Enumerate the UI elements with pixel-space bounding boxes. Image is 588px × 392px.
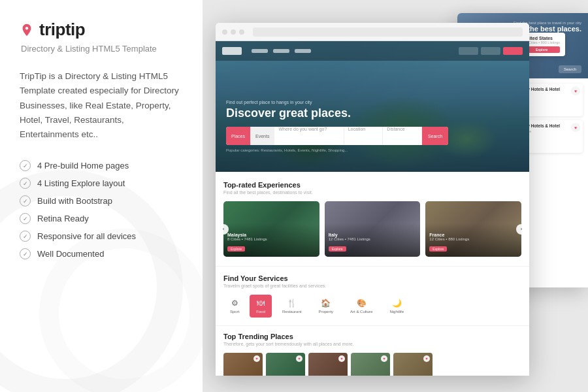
trend-card-1[interactable]: ♥ xyxy=(223,353,263,376)
services-icons: ⚙ Sport 🍽 Food 🍴 Restaurant 🏠 Property 🎨 xyxy=(223,295,521,318)
service-label: Sport xyxy=(230,310,239,314)
service-label: Food xyxy=(256,310,265,314)
nav-link-contacts[interactable] xyxy=(295,49,311,53)
feature-item: ✓ 4 Listing Explore layout xyxy=(20,178,183,189)
nav-link-home[interactable] xyxy=(252,49,268,53)
trend-heart-icon[interactable]: ♥ xyxy=(253,355,260,362)
nav-register-btn[interactable] xyxy=(481,47,500,55)
service-property[interactable]: 🏠 Property xyxy=(312,295,340,318)
experiences-next-btn[interactable]: › xyxy=(516,224,527,235)
search-field-location[interactable]: Location xyxy=(344,127,384,145)
browser-bar xyxy=(216,23,529,41)
logo-subtitle: Directory & Listing HTML5 Template xyxy=(21,44,183,54)
hero-small-text: Find out perfect place to hangs in your … xyxy=(226,100,448,105)
feature-item: ✓ Responsive for all devices xyxy=(20,231,183,242)
search-tab-events[interactable]: Events xyxy=(250,127,274,145)
search-field-where[interactable]: Where do you want go? xyxy=(274,127,344,145)
trending-title: Top Trending Places xyxy=(223,333,521,340)
service-sport[interactable]: ⚙ Sport xyxy=(223,295,246,318)
nav-addlisting-btn[interactable] xyxy=(503,47,523,55)
browser-main: Find out perfect place to hangs in your … xyxy=(216,23,529,376)
site-nav-links xyxy=(252,49,311,53)
site-hero-content: Find out perfect place to hangs in your … xyxy=(226,100,448,152)
feature-item: ✓ Well Documented xyxy=(20,248,183,259)
check-icon: ✓ xyxy=(20,248,31,259)
sec-heart-icon[interactable]: ♥ xyxy=(571,86,580,95)
site-nav-btns xyxy=(459,47,523,55)
exp-card-count: 8 Cities • 7481 Listings xyxy=(227,237,267,241)
check-icon: ✓ xyxy=(20,160,31,171)
exp-card-btn[interactable]: Explore xyxy=(429,246,447,252)
app-description: TripTip is a Directory & Listing HTML5 T… xyxy=(20,69,183,142)
logo-area: triptip xyxy=(20,20,183,40)
browser-dot-yellow xyxy=(231,29,236,35)
trend-heart-icon[interactable]: ♥ xyxy=(381,355,387,362)
browser-url-bar xyxy=(253,27,523,37)
hero-title: Discover great places. xyxy=(226,107,448,120)
exp-card-info: Malaysia 8 Cities • 7481 Listings Explor… xyxy=(227,233,267,253)
logo-text: triptip xyxy=(39,20,85,40)
nav-link-pages[interactable] xyxy=(273,49,289,53)
exp-card-italy[interactable]: Italy 12 Cities • 7481 Listings Explore xyxy=(325,201,421,257)
service-label: Art & Culture xyxy=(350,310,372,314)
trend-card-5[interactable]: ♥ xyxy=(393,353,433,376)
check-icon: ✓ xyxy=(20,231,31,242)
property-icon: 🏠 xyxy=(321,299,331,308)
sport-icon: ⚙ xyxy=(231,299,238,308)
exp-card-btn[interactable]: Explore xyxy=(227,246,245,252)
exp-card-france[interactable]: France 12 Cities • 880 Listings Explore xyxy=(425,201,521,257)
check-icon: ✓ xyxy=(20,195,31,206)
services-subtitle: Travelm graet spots of great facilities … xyxy=(223,284,521,288)
search-bar: Places Events Where do you want go? Loca… xyxy=(226,127,448,145)
exp-card-count: 12 Cities • 7481 Listings xyxy=(329,237,370,241)
trend-heart-icon[interactable]: ♥ xyxy=(423,355,430,362)
restaurant-icon: 🍴 xyxy=(287,299,297,308)
site-hero: Find out perfect place to hangs in your … xyxy=(216,41,529,172)
exp-card-name: Italy xyxy=(329,233,370,237)
trend-card-3[interactable]: ♥ xyxy=(308,353,348,376)
logo-pin-icon xyxy=(20,23,34,37)
sec-heart-icon-2[interactable]: ♥ xyxy=(571,123,580,132)
trending-section: Top Trending Places Therefore, gets your… xyxy=(216,325,529,376)
exp-card-malaysia[interactable]: Malaysia 8 Cities • 7481 Listings Explor… xyxy=(223,201,319,257)
trend-heart-icon[interactable]: ♥ xyxy=(338,355,345,362)
service-label: Restaurant xyxy=(282,310,301,314)
services-title: Find Your Services xyxy=(223,274,521,282)
left-panel: triptip Directory & Listing HTML5 Templa… xyxy=(0,0,203,392)
exp-card-info: Italy 12 Cities • 7481 Listings Explore xyxy=(329,233,370,253)
experiences-prev-btn[interactable]: ‹ xyxy=(218,224,229,235)
check-icon: ✓ xyxy=(20,178,31,189)
trend-card-4[interactable]: ♥ xyxy=(351,353,390,376)
services-section: Find Your Services Travelm graet spots o… xyxy=(216,266,529,325)
service-restaurant[interactable]: 🍴 Restaurant xyxy=(276,295,308,318)
search-submit-btn[interactable]: Search xyxy=(422,127,448,145)
experiences-cards-container: ‹ Malaysia 8 Cities • 7481 Listings Expl… xyxy=(223,201,521,257)
art-icon: 🎨 xyxy=(357,299,367,308)
trending-row: ♥ ♥ ♥ ♥ ♥ xyxy=(223,353,521,376)
experiences-title: Top-rated Experiences xyxy=(223,181,521,189)
experiences-section: Top-rated Experiences Find all the best … xyxy=(216,172,529,266)
site-nav xyxy=(216,41,529,61)
feature-item: ✓ Build with Bootstrap xyxy=(20,195,183,206)
trend-card-2[interactable]: ♥ xyxy=(266,353,305,376)
food-icon: 🍽 xyxy=(257,299,265,308)
experiences-row: Malaysia 8 Cities • 7481 Listings Explor… xyxy=(223,201,521,257)
service-nightlife[interactable]: 🌙 Nightlife xyxy=(383,295,410,318)
nav-signin-btn[interactable] xyxy=(459,47,478,55)
service-food[interactable]: 🍽 Food xyxy=(250,295,272,318)
exp-card-btn[interactable]: Explore xyxy=(329,246,346,252)
exp-card-name: Malaysia xyxy=(227,233,267,237)
search-tags: Popular categories: Restaurants, Hotels,… xyxy=(226,148,448,152)
service-art-culture[interactable]: 🎨 Art & Culture xyxy=(344,295,379,318)
browser-dot-red xyxy=(222,29,227,35)
check-icon: ✓ xyxy=(20,213,31,224)
site-nav-logo xyxy=(222,47,242,55)
secondary-search-btn[interactable]: Search xyxy=(559,65,581,73)
search-field-distance[interactable]: Distance xyxy=(383,127,422,145)
search-tab-places[interactable]: Places xyxy=(226,127,250,145)
trend-heart-icon[interactable]: ♥ xyxy=(296,355,302,362)
exp-card-info: France 12 Cities • 880 Listings Explore xyxy=(429,233,469,253)
right-panel: Find out perfect place to hangs in your … xyxy=(203,0,588,392)
feature-item: ✓ 4 Pre-build Home pages xyxy=(20,160,183,171)
exp-card-count: 12 Cities • 880 Listings xyxy=(429,237,469,241)
